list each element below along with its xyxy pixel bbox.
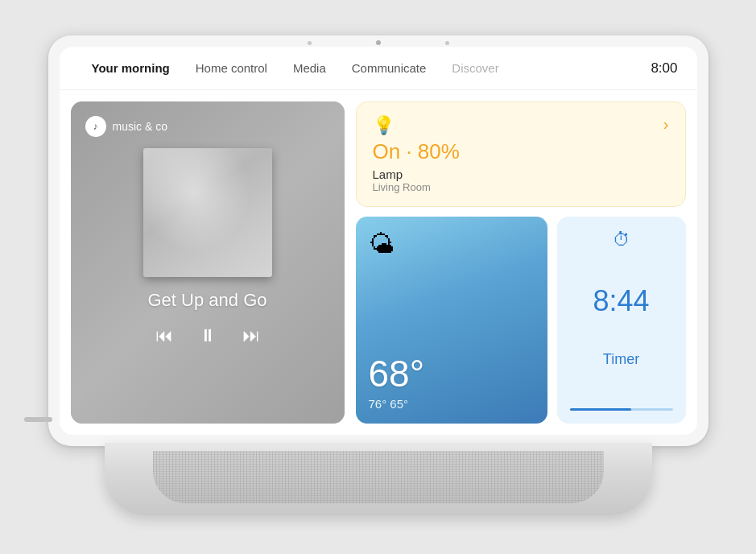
nav-bar: Your morning Home control Media Communic… (60, 47, 697, 90)
lamp-name: Lamp (373, 167, 669, 181)
camera-dots (308, 40, 449, 45)
music-card[interactable]: ♪ music & co Get Up and Go ⏮ ⏸ ⏭ (71, 101, 345, 424)
nav-media[interactable]: Media (280, 58, 339, 78)
power-cable (24, 417, 52, 422)
lamp-card[interactable]: 💡 › On · 80% Lamp Living Room (356, 101, 686, 207)
bottom-cards: 🌤 68° 76° 65° ⏱ 8:44 Timer (356, 217, 686, 424)
music-source-label: music & co (113, 120, 167, 133)
timer-card[interactable]: ⏱ 8:44 Timer (557, 217, 686, 424)
weather-temperature: 68° (369, 355, 535, 392)
music-service-icon: ♪ (85, 116, 106, 137)
nav-communicate[interactable]: Communicate (339, 58, 440, 78)
lamp-header: 💡 › (373, 115, 669, 136)
speaker-fabric (153, 451, 604, 503)
weather-icon-group: 🌤 (369, 229, 535, 259)
screen: Your morning Home control Media Communic… (60, 47, 697, 435)
lamp-status: On · 80% (373, 139, 669, 164)
camera-dot-right (445, 41, 449, 45)
google-nest-hub: Your morning Home control Media Communic… (32, 35, 725, 519)
nav-discover[interactable]: Discover (439, 58, 511, 78)
timer-time-display: 8:44 (593, 284, 649, 318)
camera-dot-left (308, 41, 312, 45)
album-art (143, 148, 272, 277)
song-title: Get Up and Go (85, 290, 330, 311)
speaker-base (105, 443, 652, 515)
lamp-icon: 💡 (373, 115, 395, 136)
prev-button[interactable]: ⏮ (155, 325, 173, 346)
main-content: ♪ music & co Get Up and Go ⏮ ⏸ ⏭ (60, 90, 697, 435)
timer-label: Timer (603, 351, 639, 368)
next-button[interactable]: ⏭ (242, 325, 260, 346)
timer-progress-bar (570, 408, 673, 411)
timer-icon: ⏱ (613, 229, 630, 250)
lamp-room: Living Room (373, 181, 669, 193)
weather-card[interactable]: 🌤 68° 76° 65° (356, 217, 547, 424)
device-body: Your morning Home control Media Communic… (48, 35, 708, 446)
timer-progress-fill (570, 408, 632, 411)
right-column: 💡 › On · 80% Lamp Living Room 🌤 (356, 101, 686, 424)
play-pause-button[interactable]: ⏸ (199, 325, 217, 346)
clock-display: 8:00 (651, 60, 677, 76)
album-art-image (143, 148, 272, 277)
music-controls: ⏮ ⏸ ⏭ (85, 325, 330, 346)
sun-icon: 🌤 (369, 229, 395, 259)
weather-range: 76° 65° (369, 397, 535, 411)
nav-your-morning[interactable]: Your morning (79, 58, 183, 78)
camera-center (376, 40, 381, 45)
lamp-chevron-right-icon[interactable]: › (663, 115, 669, 134)
nav-home-control[interactable]: Home control (183, 58, 280, 78)
music-header: ♪ music & co (85, 116, 330, 137)
